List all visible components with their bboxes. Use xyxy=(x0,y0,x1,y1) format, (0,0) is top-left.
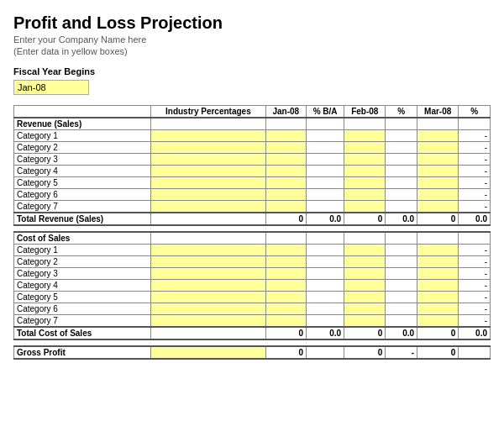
data-cell[interactable] xyxy=(265,130,307,142)
data-cell[interactable] xyxy=(151,315,265,328)
data-cell[interactable] xyxy=(344,303,386,315)
value-cell xyxy=(307,166,344,177)
data-cell[interactable] xyxy=(151,201,265,213)
sec-cell xyxy=(307,118,344,130)
value-cell xyxy=(307,154,344,166)
gross-pct1 xyxy=(307,346,344,359)
data-cell[interactable] xyxy=(344,177,386,189)
data-cell[interactable] xyxy=(151,280,265,292)
gross-industry[interactable] xyxy=(151,346,265,359)
data-cell[interactable] xyxy=(344,166,386,177)
data-cell[interactable] xyxy=(417,201,459,213)
data-cell[interactable] xyxy=(344,154,386,166)
total-revenue-label: Total Revenue (Sales) xyxy=(14,213,151,225)
revenue-row: Category 5 - xyxy=(14,177,491,189)
data-cell[interactable] xyxy=(151,166,265,177)
cos-category-label: Category 1 xyxy=(14,245,151,256)
data-cell[interactable] xyxy=(417,268,459,280)
sec-cell xyxy=(307,232,344,245)
data-cell[interactable] xyxy=(344,189,386,201)
revenue-row: Category 3 - xyxy=(14,154,491,166)
data-cell[interactable] xyxy=(417,315,459,328)
data-cell[interactable] xyxy=(151,256,265,268)
header-label xyxy=(14,106,151,118)
data-cell[interactable] xyxy=(265,280,307,292)
sec-cell xyxy=(459,118,491,130)
value-cell xyxy=(386,201,417,213)
gross-mar: 0 xyxy=(417,346,459,359)
data-cell[interactable] xyxy=(344,256,386,268)
data-cell[interactable] xyxy=(265,189,307,201)
data-cell[interactable] xyxy=(151,142,265,154)
data-cell[interactable] xyxy=(151,292,265,303)
sec-cell xyxy=(386,118,417,130)
data-cell[interactable] xyxy=(265,303,307,315)
data-cell[interactable] xyxy=(344,280,386,292)
value-cell xyxy=(307,292,344,303)
data-cell[interactable] xyxy=(265,256,307,268)
data-cell[interactable] xyxy=(265,154,307,166)
data-cell[interactable] xyxy=(417,292,459,303)
value-cell xyxy=(386,245,417,256)
data-cell[interactable] xyxy=(417,177,459,189)
data-cell[interactable] xyxy=(344,142,386,154)
cos-row: Category 7 - xyxy=(14,315,491,328)
data-cell[interactable] xyxy=(151,268,265,280)
cos-category-label: Category 7 xyxy=(14,315,151,328)
value-cell xyxy=(386,142,417,154)
data-cell[interactable] xyxy=(151,130,265,142)
total-rev-feb: 0 xyxy=(344,213,386,225)
spacer2 xyxy=(14,339,491,346)
value-cell xyxy=(386,154,417,166)
data-cell[interactable] xyxy=(151,245,265,256)
data-cell[interactable] xyxy=(151,189,265,201)
data-cell[interactable] xyxy=(417,280,459,292)
value-cell: - xyxy=(459,292,491,303)
data-cell[interactable] xyxy=(265,315,307,328)
data-cell[interactable] xyxy=(265,245,307,256)
data-cell[interactable] xyxy=(417,154,459,166)
data-cell[interactable] xyxy=(417,142,459,154)
data-cell[interactable] xyxy=(151,177,265,189)
data-cell[interactable] xyxy=(265,177,307,189)
revenue-row: Category 7 - xyxy=(14,201,491,213)
value-cell xyxy=(307,130,344,142)
data-cell[interactable] xyxy=(265,268,307,280)
value-cell: - xyxy=(459,154,491,166)
data-cell[interactable] xyxy=(417,130,459,142)
value-cell: - xyxy=(459,177,491,189)
revenue-section-header: Revenue (Sales) xyxy=(14,118,151,130)
revenue-category-label: Category 6 xyxy=(14,189,151,201)
data-cell[interactable] xyxy=(265,166,307,177)
data-cell[interactable] xyxy=(265,292,307,303)
fiscal-year-input[interactable]: Jan-08 xyxy=(13,80,89,95)
revenue-row: Category 6 - xyxy=(14,189,491,201)
data-cell[interactable] xyxy=(344,130,386,142)
data-cell[interactable] xyxy=(344,292,386,303)
value-cell: - xyxy=(459,130,491,142)
data-cell[interactable] xyxy=(265,201,307,213)
data-cell[interactable] xyxy=(151,303,265,315)
data-cell[interactable] xyxy=(417,245,459,256)
header-mar08: Mar-08 xyxy=(417,106,459,118)
value-cell xyxy=(386,268,417,280)
sec-cell xyxy=(386,232,417,245)
gross-feb: 0 xyxy=(344,346,386,359)
value-cell xyxy=(307,303,344,315)
data-cell[interactable] xyxy=(151,154,265,166)
total-rev-pct2: 0.0 xyxy=(386,213,417,225)
data-cell[interactable] xyxy=(344,315,386,328)
data-cell[interactable] xyxy=(344,245,386,256)
data-cell[interactable] xyxy=(417,303,459,315)
total-cos-industry xyxy=(151,327,265,339)
value-cell xyxy=(386,166,417,177)
data-cell[interactable] xyxy=(344,201,386,213)
total-rev-pct1: 0.0 xyxy=(307,213,344,225)
data-cell[interactable] xyxy=(417,256,459,268)
cos-row: Category 6 - xyxy=(14,303,491,315)
data-cell[interactable] xyxy=(344,268,386,280)
data-cell[interactable] xyxy=(265,142,307,154)
value-cell: - xyxy=(459,201,491,213)
data-cell[interactable] xyxy=(417,166,459,177)
data-cell[interactable] xyxy=(417,189,459,201)
